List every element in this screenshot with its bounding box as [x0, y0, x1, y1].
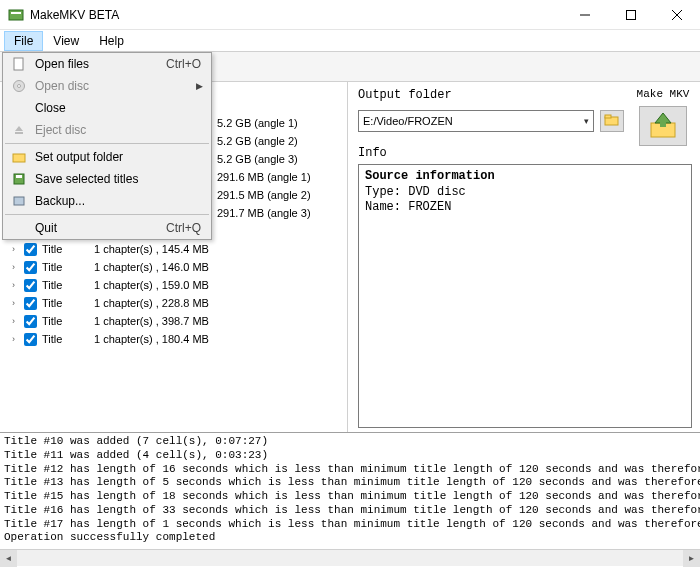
expand-arrow-icon[interactable]: ›: [12, 316, 22, 326]
svg-rect-16: [605, 115, 611, 118]
menu-quit[interactable]: Quit Ctrl+Q: [3, 217, 211, 239]
title-row[interactable]: ›Title1 chapter(s) , 145.4 MB: [2, 240, 345, 258]
title-checkbox[interactable]: [24, 261, 37, 274]
minimize-button[interactable]: [562, 0, 608, 29]
title-info: 291.6 MB (angle 1): [217, 171, 311, 183]
app-icon: [8, 7, 24, 23]
expand-arrow-icon[interactable]: ›: [12, 280, 22, 290]
title-name: Title: [42, 333, 94, 345]
document-icon: [9, 56, 29, 72]
title-name: Title: [42, 243, 94, 255]
menu-bar: File View Help: [0, 30, 700, 52]
expand-arrow-icon[interactable]: ›: [12, 298, 22, 308]
window-controls: [562, 0, 700, 29]
expand-arrow-icon[interactable]: ›: [12, 334, 22, 344]
title-checkbox[interactable]: [24, 243, 37, 256]
output-folder-path: E:/Video/FROZEN: [363, 115, 453, 127]
title-name: Title: [42, 297, 94, 309]
log-line: Title #11 was added (4 cell(s), 0:03:23): [4, 449, 696, 463]
title-info: 5.2 GB (angle 3): [217, 153, 298, 165]
log-line: Title #10 was added (7 cell(s), 0:07:27): [4, 435, 696, 449]
menu-close[interactable]: Close: [3, 97, 211, 119]
folder-icon: [9, 149, 29, 165]
svg-point-8: [18, 85, 21, 88]
maximize-button[interactable]: [608, 0, 654, 29]
title-bar: MakeMKV BETA: [0, 0, 700, 30]
backup-icon: [9, 193, 29, 209]
title-row[interactable]: ›Title1 chapter(s) , 228.8 MB: [2, 294, 345, 312]
title-info: 1 chapter(s) , 159.0 MB: [94, 279, 209, 291]
svg-rect-19: [660, 119, 666, 127]
make-mkv-icon: [647, 111, 679, 142]
save-icon: [9, 171, 29, 187]
svg-rect-6: [14, 58, 23, 70]
disc-icon: [9, 78, 29, 94]
eject-icon: [9, 122, 29, 138]
title-row[interactable]: ›Title1 chapter(s) , 398.7 MB: [2, 312, 345, 330]
make-mkv-label: Make MKV: [634, 88, 692, 100]
svg-rect-14: [14, 197, 24, 205]
svg-marker-9: [15, 126, 23, 131]
scroll-left-button[interactable]: ◄: [0, 550, 17, 567]
info-type: Type: DVD disc: [365, 185, 685, 201]
title-name: Title: [42, 279, 94, 291]
expand-arrow-icon[interactable]: ›: [12, 262, 22, 272]
title-info: 1 chapter(s) , 145.4 MB: [94, 243, 209, 255]
minimize-icon: [580, 10, 590, 20]
close-button[interactable]: [654, 0, 700, 29]
title-info: 291.7 MB (angle 3): [217, 207, 311, 219]
close-icon: [672, 10, 682, 20]
window-title: MakeMKV BETA: [30, 8, 562, 22]
svg-rect-11: [13, 154, 25, 162]
info-section-label: Info: [358, 146, 692, 160]
menu-save-selected-titles[interactable]: Save selected titles: [3, 168, 211, 190]
title-checkbox[interactable]: [24, 279, 37, 292]
title-name: Title: [42, 315, 94, 327]
menu-open-disc[interactable]: Open disc ▶: [3, 75, 211, 97]
info-header: Source information: [365, 169, 685, 185]
title-row[interactable]: ›Title1 chapter(s) , 159.0 MB: [2, 276, 345, 294]
log-line: Title #17 has length of 1 seconds which …: [4, 518, 696, 532]
log-line: Operation successfully completed: [4, 531, 696, 545]
svg-rect-13: [16, 175, 22, 178]
chevron-down-icon: ▾: [584, 116, 589, 126]
svg-rect-3: [627, 10, 636, 19]
output-folder-combo[interactable]: E:/Video/FROZEN ▾: [358, 110, 594, 132]
svg-rect-0: [9, 10, 23, 20]
title-name: Title: [42, 261, 94, 273]
title-checkbox[interactable]: [24, 297, 37, 310]
make-mkv-button[interactable]: [639, 106, 687, 146]
title-info: 291.5 MB (angle 2): [217, 189, 311, 201]
horizontal-scrollbar[interactable]: ◄ ►: [0, 549, 700, 566]
output-folder-label: Output folder: [358, 88, 624, 102]
svg-rect-10: [15, 132, 23, 134]
menu-open-files[interactable]: Open files Ctrl+O: [3, 53, 211, 75]
title-row[interactable]: ›Title1 chapter(s) , 180.4 MB: [2, 330, 345, 348]
menu-help[interactable]: Help: [89, 31, 134, 51]
title-info: 1 chapter(s) , 228.8 MB: [94, 297, 209, 309]
svg-rect-1: [11, 12, 21, 14]
browse-folder-button[interactable]: [600, 110, 624, 132]
menu-file[interactable]: File: [4, 31, 43, 51]
title-info: 5.2 GB (angle 2): [217, 135, 298, 147]
expand-arrow-icon[interactable]: ›: [12, 244, 22, 254]
log-line: Title #13 has length of 5 seconds which …: [4, 476, 696, 490]
menu-eject-disc[interactable]: Eject disc: [3, 119, 211, 141]
folder-open-icon: [604, 113, 620, 130]
title-info: 5.2 GB (angle 1): [217, 117, 298, 129]
title-checkbox[interactable]: [24, 315, 37, 328]
submenu-arrow-icon: ▶: [196, 81, 205, 91]
info-name-line: Name: FROZEN: [365, 200, 685, 216]
title-info: 1 chapter(s) , 398.7 MB: [94, 315, 209, 327]
log-panel[interactable]: Title #10 was added (7 cell(s), 0:07:27)…: [0, 432, 700, 549]
title-checkbox[interactable]: [24, 333, 37, 346]
menu-set-output-folder[interactable]: Set output folder: [3, 146, 211, 168]
menu-separator: [5, 143, 209, 144]
log-line: Title #16 has length of 33 seconds which…: [4, 504, 696, 518]
menu-view[interactable]: View: [43, 31, 89, 51]
title-row[interactable]: ›Title1 chapter(s) , 146.0 MB: [2, 258, 345, 276]
menu-backup[interactable]: Backup...: [3, 190, 211, 212]
info-box[interactable]: Source information Type: DVD disc Name: …: [358, 164, 692, 428]
right-panel: Output folder E:/Video/FROZEN ▾ Make MKV: [348, 82, 700, 432]
scroll-right-button[interactable]: ►: [683, 550, 700, 567]
